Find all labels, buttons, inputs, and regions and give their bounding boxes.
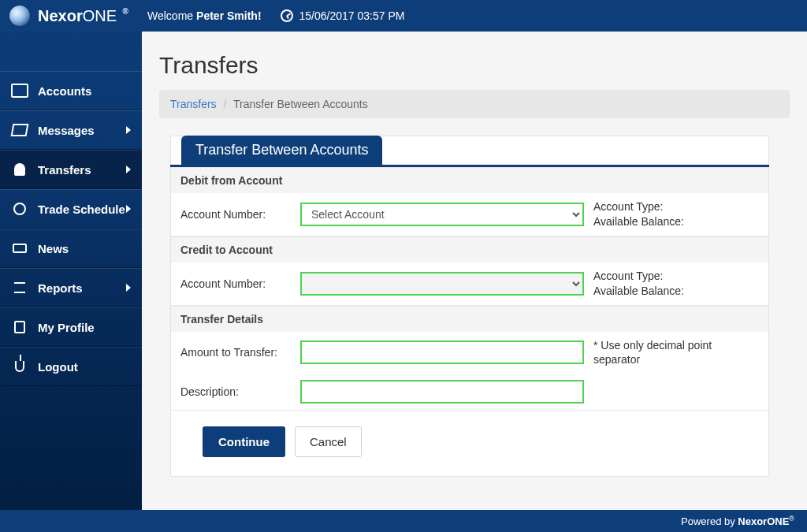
sidebar-item-news[interactable]: News: [0, 229, 142, 268]
datetime-text: 15/06/2017 03:57 PM: [299, 9, 405, 22]
label-description: Description:: [180, 385, 291, 398]
amount-hint: * Use only decimal point separator: [593, 338, 759, 368]
sidebar-item-logout[interactable]: Logout: [0, 347, 142, 386]
chevron-right-icon: [126, 205, 131, 213]
description-input[interactable]: [300, 380, 584, 404]
label-debit-account-type: Account Type:: [593, 199, 759, 214]
welcome-text: Welcome Peter Smith!: [147, 9, 262, 22]
footer-brand: NexorONE: [738, 515, 789, 527]
sidebar-item-transfers[interactable]: Transfers: [0, 150, 142, 189]
top-bar: NexorONE ® Welcome Peter Smith! 15/06/20…: [0, 0, 807, 32]
form-actions: Continue Cancel: [171, 411, 768, 476]
logout-icon: [15, 361, 24, 372]
breadcrumb: Transfers / Transfer Between Accounts: [159, 90, 790, 118]
breadcrumb-separator: /: [224, 98, 227, 110]
footer: Powered by NexorONE®: [0, 510, 807, 532]
chevron-right-icon: [126, 166, 131, 173]
card-tab-row: Transfer Between Accounts: [170, 136, 769, 167]
sidebar-item-label: Logout: [38, 360, 78, 374]
footer-reg: ®: [789, 515, 794, 523]
accounts-icon: [11, 83, 28, 99]
tab-transfer-between-accounts[interactable]: Transfer Between Accounts: [181, 136, 382, 165]
label-credit-account-type: Account Type:: [593, 269, 759, 284]
sidebar-item-label: Reports: [38, 281, 83, 295]
section-head-debit: Debit from Account: [171, 167, 768, 193]
continue-button[interactable]: Continue: [203, 426, 285, 457]
cancel-button[interactable]: Cancel: [295, 426, 362, 457]
section-credit: Credit to Account Account Number: Accoun…: [171, 236, 768, 306]
breadcrumb-current: Transfer Between Accounts: [233, 98, 368, 110]
label-amount: Amount to Transfer:: [180, 346, 291, 359]
transfers-icon: [11, 162, 28, 177]
sidebar-item-label: Accounts: [38, 84, 91, 98]
my-profile-icon: [14, 321, 25, 333]
transfer-card: Transfer Between Accounts Debit from Acc…: [170, 136, 769, 477]
amount-input[interactable]: [300, 340, 584, 364]
chevron-right-icon: [126, 284, 131, 292]
brand-part2: ONE: [83, 7, 117, 24]
sidebar: Accounts Messages Transfers Trade Schedu…: [0, 32, 142, 510]
breadcrumb-link-transfers[interactable]: Transfers: [170, 98, 217, 110]
welcome-prefix: Welcome: [147, 9, 193, 22]
page-title: Transfers: [159, 52, 790, 79]
welcome-user: Peter Smith!: [196, 9, 261, 22]
trade-schedule-icon: [13, 203, 26, 215]
credit-account-select[interactable]: [300, 272, 584, 296]
messages-icon: [11, 122, 28, 138]
footer-prefix: Powered by: [681, 515, 738, 527]
debit-account-select[interactable]: Select Account: [300, 203, 584, 226]
main-content: Transfers Transfers / Transfer Between A…: [142, 32, 807, 510]
chevron-right-icon: [126, 126, 131, 134]
brand-logo[interactable]: NexorONE ®: [9, 6, 128, 26]
header-datetime: 15/06/2017 03:57 PM: [281, 9, 405, 22]
sidebar-item-trade-schedule[interactable]: Trade Schedule: [0, 189, 142, 229]
reports-icon: [14, 282, 25, 293]
brand-part1: Nexor: [38, 7, 83, 24]
label-credit-available-balance: Available Balance:: [593, 284, 759, 299]
sidebar-item-label: My Profile: [38, 321, 95, 334]
section-head-credit: Credit to Account: [171, 236, 768, 262]
label-debit-available-balance: Available Balance:: [593, 214, 759, 229]
sidebar-item-reports[interactable]: Reports: [0, 268, 142, 307]
label-debit-account-number: Account Number:: [180, 208, 291, 221]
section-head-details: Transfer Details: [171, 306, 768, 332]
clock-icon: [281, 9, 293, 22]
sidebar-item-label: Trade Schedule: [38, 203, 125, 216]
label-credit-account-number: Account Number:: [180, 277, 291, 290]
brand-reg: ®: [123, 7, 128, 16]
news-icon: [13, 244, 27, 253]
sidebar-item-messages[interactable]: Messages: [0, 110, 142, 150]
sidebar-item-accounts[interactable]: Accounts: [0, 71, 142, 110]
sidebar-item-label: Transfers: [38, 163, 91, 177]
brand-logo-mark-icon: [9, 6, 30, 26]
sidebar-item-my-profile[interactable]: My Profile: [0, 307, 142, 347]
sidebar-item-label: Messages: [38, 124, 95, 137]
section-transfer-details: Transfer Details Amount to Transfer: * U…: [171, 306, 768, 411]
section-debit: Debit from Account Account Number: Selec…: [171, 167, 768, 236]
sidebar-item-label: News: [38, 242, 69, 255]
